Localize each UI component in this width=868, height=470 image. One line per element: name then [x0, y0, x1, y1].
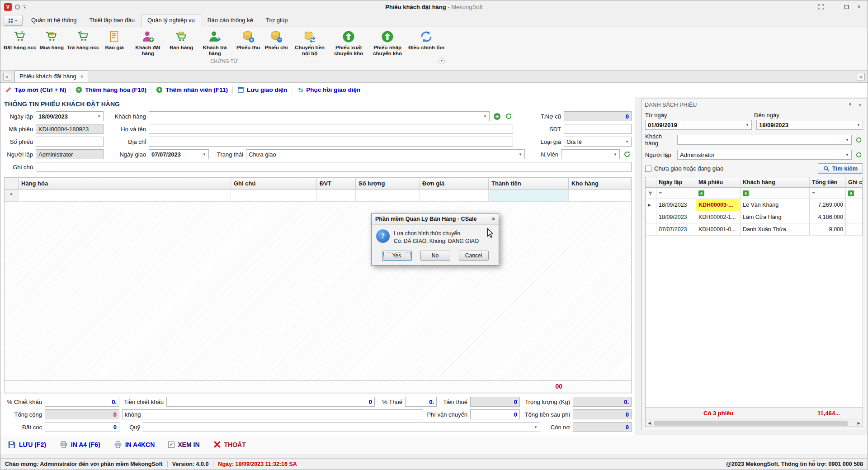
n-vien-combo[interactable]: ▼	[561, 149, 620, 159]
col-ghi-chu[interactable]: Ghi ch	[846, 177, 863, 187]
tabstrip-right-close-button[interactable]: ×	[857, 73, 865, 81]
ribbon-item-phieu-nhap-chuyen-kho[interactable]: Phiếu nhập chuyển kho	[368, 28, 407, 57]
menu-tab-bao-cao-thong-ke[interactable]: Báo cáo thống kê	[201, 14, 259, 27]
ribbon-item-phieu-xuat-chuyen-kho[interactable]: Phiếu xuất chuyển kho	[329, 28, 368, 57]
restore-layout-button[interactable]: Phục hồi giao diện	[297, 86, 360, 93]
dat-coc-field[interactable]: 0	[45, 422, 119, 432]
col-tong-tien[interactable]: Tổng tiền	[810, 177, 846, 187]
cell-hang-hoa[interactable]	[19, 190, 231, 201]
save-layout-button[interactable]: Lưu giao diện	[237, 86, 287, 93]
no-button[interactable]: No	[420, 251, 450, 261]
ticket-row-1[interactable]: ▶ 18/09/2023 KDH00003-... Lê Văn Kháng 7…	[646, 199, 863, 211]
ribbon-item-ban-hang[interactable]: Bán hàng	[167, 28, 195, 57]
menu-tab-quan-ly-nghiep-vu[interactable]: Quản lý nghiệp vụ	[141, 14, 201, 27]
cell-note[interactable]	[846, 223, 863, 235]
col-dvt[interactable]: ĐVT	[317, 178, 356, 189]
den-ngay-field[interactable]: 18/09/2023 ▼	[756, 120, 863, 130]
cell-thanh-tien[interactable]	[489, 190, 569, 201]
minimize-button[interactable]: –	[829, 2, 839, 11]
col-khach-hang[interactable]: Khách hàng	[741, 177, 810, 187]
so-phieu-field[interactable]	[36, 137, 104, 147]
filter-nguoi-lap-combo[interactable]: Administrator ▼	[677, 150, 852, 160]
cell-date[interactable]: 07/07/2023	[656, 223, 696, 235]
create-new-button[interactable]: Tạo mới (Ctrl + N)	[5, 86, 66, 93]
ticket-row-3[interactable]: 07/07/2023 KDH00001-0... Danh Xuân Thừa …	[646, 223, 863, 236]
ribbon-item-khach-dat-hang[interactable]: Khách đặt hàng	[128, 28, 167, 57]
cell-code[interactable]: KDH00001-0...	[696, 223, 741, 235]
cell-so-luong[interactable]	[356, 190, 420, 201]
cell-code[interactable]: KDH00002-1...	[696, 211, 741, 223]
filter-khach-hang-cell[interactable]: a	[741, 188, 810, 199]
cell-date[interactable]: 18/09/2023	[656, 199, 696, 211]
cancel-button[interactable]: Cancel	[459, 251, 489, 261]
scrollbar-thumb[interactable]	[654, 421, 848, 426]
cell-date[interactable]: 18/09/2023	[656, 211, 696, 223]
col-so-luong[interactable]: Số lượng	[356, 178, 420, 189]
filter-ghi-chu-cell[interactable]: a	[846, 188, 863, 199]
maximize-button[interactable]	[841, 2, 851, 11]
ho-va-ten-field[interactable]	[149, 124, 513, 134]
filter-ngay-lap-cell[interactable]: =	[656, 188, 696, 199]
doc-tab-close-icon[interactable]: ×	[80, 74, 83, 79]
refresh-customer-button[interactable]	[504, 112, 513, 121]
cell-ghi-chu[interactable]	[231, 190, 317, 201]
fullscreen-button[interactable]	[816, 2, 826, 11]
ribbon-group-expand-button[interactable]: ▼	[439, 58, 445, 64]
refresh-filter-customer-button[interactable]	[854, 135, 863, 144]
panel-splitter[interactable]	[635, 97, 641, 435]
ribbon-item-chuyen-tien-noi-bo[interactable]: Chuyển tiền nội bộ	[290, 28, 329, 57]
record-circle-icon[interactable]	[15, 5, 20, 9]
cell-customer[interactable]: Lâm Cửa Hàng	[741, 211, 810, 223]
refresh-filter-user-button[interactable]	[854, 150, 863, 159]
cell-code[interactable]: KDH00003-...	[696, 199, 741, 211]
ribbon-item-mua-hang[interactable]: Mua hàng	[38, 28, 66, 57]
cell-customer[interactable]: Danh Xuân Thừa	[741, 223, 810, 235]
horizontal-scrollbar[interactable]: ◀ ▶	[646, 419, 863, 427]
col-thanh-tien[interactable]: Thành tiền	[489, 178, 569, 189]
dialog-close-icon[interactable]: ×	[492, 216, 495, 222]
tu-ngay-field[interactable]: 01/09/2019 ▼	[645, 120, 752, 130]
exit-button[interactable]: THOÁT	[213, 441, 246, 448]
ghi-chu-field[interactable]	[36, 162, 632, 172]
thanh-toan-ghi-chu-field[interactable]: không	[122, 409, 423, 419]
sdt-field[interactable]	[564, 124, 632, 134]
filter-tong-tien-cell[interactable]: =	[810, 188, 846, 199]
menu-tab-tro-giup[interactable]: Trợ giúp	[259, 14, 294, 27]
cell-note[interactable]	[846, 211, 863, 223]
pct-thue-field[interactable]: 0.	[405, 397, 437, 407]
menu-tab-thiet-lap-ban-dau[interactable]: Thiết lập ban đầu	[83, 14, 141, 27]
cell-note[interactable]	[846, 199, 863, 211]
preview-print-checkbox[interactable]: ✓ XEM IN	[168, 441, 199, 448]
tien-chiet-khau-field[interactable]: 0	[166, 397, 375, 407]
ribbon-item-tra-hang-ncc[interactable]: Trả hàng ncc	[66, 28, 100, 57]
pct-chiet-khau-field[interactable]: 0.	[45, 397, 119, 407]
cell-total[interactable]: 4,186,000	[810, 211, 846, 223]
cell-kho-hang[interactable]	[569, 190, 631, 201]
col-ghi-chu[interactable]: Ghi chú	[231, 178, 317, 189]
col-hang-hoa[interactable]: Hàng hóa	[19, 178, 231, 189]
scroll-right-button[interactable]: ▶	[855, 419, 863, 427]
print-a4kcn-button[interactable]: IN A4KCN	[114, 441, 155, 449]
add-customer-button[interactable]	[492, 112, 501, 121]
filter-ma-phieu-cell[interactable]: a	[696, 188, 741, 199]
ribbon-item-phieu-chi[interactable]: Phiếu chi	[262, 28, 290, 57]
add-employee-button[interactable]: Thêm nhân viên (F11)	[156, 86, 228, 93]
dia-chi-field[interactable]	[149, 137, 513, 147]
print-a4-button[interactable]: IN A4 (F6)	[60, 441, 100, 449]
col-ma-phieu[interactable]: Mã phiếu	[696, 177, 741, 187]
refresh-employee-button[interactable]	[623, 150, 632, 159]
ngay-giao-field[interactable]: 07/07/2023 ▼	[149, 149, 209, 159]
ribbon-item-dat-hang-ncc[interactable]: Đặt hàng ncc	[2, 28, 38, 57]
close-button[interactable]: ×	[854, 2, 864, 11]
ribbon-item-dieu-chinh-ton[interactable]: Điều chỉnh tồn	[407, 28, 446, 57]
ribbon-item-phieu-thu[interactable]: Phiếu thu	[234, 28, 262, 57]
search-button[interactable]: Tìm kiếm	[818, 163, 863, 174]
close-all-tabs-button[interactable]: ×	[3, 73, 11, 81]
cell-dvt[interactable]	[317, 190, 356, 201]
ribbon-item-bao-gia[interactable]: Báo giá	[100, 28, 128, 57]
chua-giao-checkbox[interactable]	[645, 166, 651, 172]
yes-button[interactable]: Yes	[382, 251, 412, 261]
quick-access-dropdown-icon[interactable]: ▼	[23, 5, 26, 9]
khach-hang-combo[interactable]: ▼	[149, 111, 490, 121]
phi-van-chuyen-field[interactable]: 0	[470, 409, 520, 419]
